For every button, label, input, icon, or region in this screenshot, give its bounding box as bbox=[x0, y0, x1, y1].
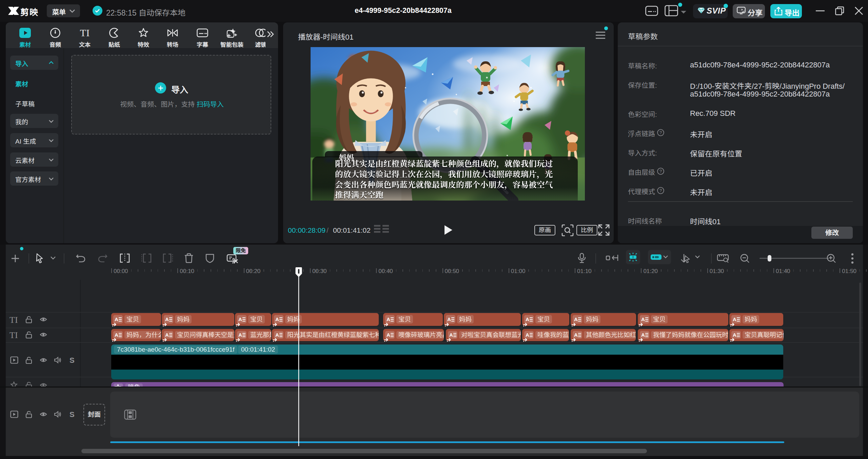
svg-text:A: A bbox=[641, 316, 645, 322]
svg-text:A: A bbox=[275, 332, 279, 338]
svg-text:A: A bbox=[275, 316, 279, 322]
svg-text:A: A bbox=[574, 316, 578, 322]
svg-text:?: ? bbox=[659, 188, 662, 193]
svg-text:?: ? bbox=[659, 130, 662, 135]
svg-text:A: A bbox=[733, 332, 736, 338]
svg-text:A: A bbox=[238, 332, 242, 338]
svg-text:A: A bbox=[641, 332, 645, 338]
svg-text:A: A bbox=[574, 332, 578, 338]
svg-text:A: A bbox=[387, 332, 390, 338]
svg-text:A: A bbox=[449, 332, 453, 338]
svg-text:TI: TI bbox=[80, 28, 90, 38]
svg-text:A: A bbox=[238, 316, 242, 322]
svg-text:A: A bbox=[387, 316, 390, 322]
svg-text:A: A bbox=[526, 332, 529, 338]
svg-text:?: ? bbox=[659, 169, 662, 174]
svg-text:A: A bbox=[733, 316, 736, 322]
svg-text:A: A bbox=[447, 316, 451, 322]
svg-text:A: A bbox=[526, 316, 529, 322]
svg-text:A: A bbox=[165, 332, 169, 338]
svg-text:A: A bbox=[115, 332, 118, 338]
svg-text:A: A bbox=[165, 316, 169, 322]
svg-text:A: A bbox=[115, 316, 118, 322]
